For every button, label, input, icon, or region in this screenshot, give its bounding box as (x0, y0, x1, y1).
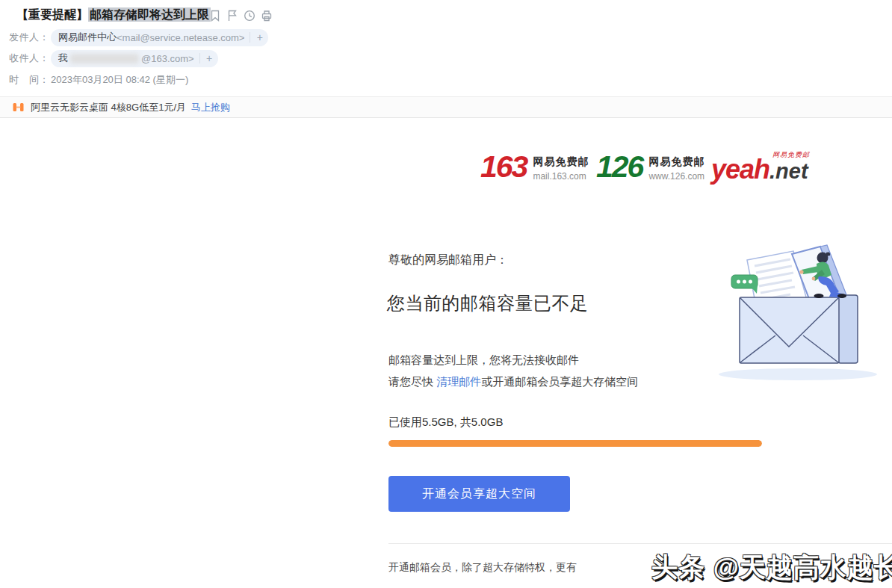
ad-banner: 阿里云无影云桌面 4核8G低至1元/月 马上抢购 (0, 96, 892, 118)
subject-highlighted-text: 邮箱存储即将达到上限 (88, 7, 211, 22)
logo-126-caption: 网易免费邮 (648, 155, 704, 169)
logo-163: 163 网易免费邮 mail.163.com (480, 152, 589, 182)
from-contact-pill[interactable]: 网易邮件中心 <mail@service.netease.com> + (51, 29, 268, 46)
logo-yeah-main: yeah (711, 156, 769, 183)
greeting-text: 尊敬的网易邮箱用户： (388, 253, 508, 268)
add-to-contact-button[interactable]: + (201, 50, 218, 67)
printer-icon[interactable] (261, 10, 273, 22)
headline-text: 您当前的邮箱容量已不足 (387, 291, 589, 315)
bookmark-icon[interactable] (209, 10, 221, 22)
storage-progress-fill (388, 440, 762, 447)
redacted-email-blur (70, 54, 139, 64)
body-line-2-suffix: 或开通邮箱会员享超大存储空间 (481, 375, 638, 388)
footer-text: 开通邮箱会员，除了超大存储特权，更有 (388, 561, 577, 575)
logo-yeah-net: 网易免费邮 yeah .net (711, 150, 808, 183)
logo-yeah-caption: 网易免费邮 (772, 150, 810, 160)
logo-126: 126 网易免费邮 www.126.com (596, 152, 704, 182)
subject-toolbar (209, 10, 273, 22)
mailbox-full-illustration (710, 239, 892, 387)
ad-link[interactable]: 马上抢购 (191, 101, 230, 114)
to-row: 收件人： 我 @163.com> + (9, 49, 218, 67)
body-line-2-prefix: 请您尽快 (388, 375, 436, 388)
to-email-suffix: @163.com> (141, 53, 194, 64)
logo-163-number: 163 (480, 152, 527, 182)
ad-text: 阿里云无影云桌面 4核8G低至1元/月 (31, 101, 186, 114)
logo-126-number: 126 (596, 152, 642, 182)
aliyun-logo-icon (13, 102, 24, 113)
flag-icon[interactable] (226, 10, 238, 22)
clock-icon[interactable] (244, 10, 255, 22)
to-contact-pill[interactable]: 我 @163.com> + (51, 50, 218, 67)
from-label: 发件人： (9, 31, 51, 44)
subject-prefix: 【重要提醒】 (16, 8, 88, 21)
from-name: 网易邮件中心 (58, 31, 117, 44)
logo-126-domain: www.126.com (648, 171, 704, 182)
pill-divider (199, 53, 200, 64)
pill-divider (250, 32, 250, 43)
logo-163-domain: mail.163.com (533, 171, 589, 182)
to-name: 我 (58, 52, 68, 65)
add-from-contact-button[interactable]: + (251, 29, 268, 46)
storage-usage-text: 已使用5.5GB, 共5.0GB (388, 415, 503, 430)
toutiao-watermark: 头条 @天越高水越长 (651, 550, 892, 585)
logo-yeah-suffix: .net (769, 161, 808, 182)
time-value: 2023年03月20日 08:42 (星期一) (51, 73, 188, 87)
time-label: 时 间： (9, 73, 51, 87)
logo-163-caption: 网易免费邮 (533, 155, 589, 169)
body-line-2: 请您尽快 清理邮件或开通邮箱会员享超大存储空间 (388, 375, 638, 389)
footer-divider (388, 543, 892, 544)
time-row: 时 间： 2023年03月20日 08:42 (星期一) (9, 71, 188, 89)
mail-subject: 【重要提醒】邮箱存储即将达到上限 (16, 7, 211, 23)
clean-mail-link[interactable]: 清理邮件 (436, 375, 481, 388)
body-line-1: 邮箱容量达到上限，您将无法接收邮件 (388, 353, 579, 368)
upgrade-cta-button[interactable]: 开通会员享超大空间 (388, 476, 570, 512)
to-label: 收件人： (9, 52, 51, 65)
from-email: <mail@service.netease.com> (117, 32, 244, 43)
mail-read-page: 【重要提醒】邮箱存储即将达到上限 发件人： 网易邮件中心 <mail@servi… (0, 0, 892, 588)
storage-progress-bar (388, 440, 762, 447)
from-row: 发件人： 网易邮件中心 <mail@service.netease.com> + (9, 28, 268, 46)
